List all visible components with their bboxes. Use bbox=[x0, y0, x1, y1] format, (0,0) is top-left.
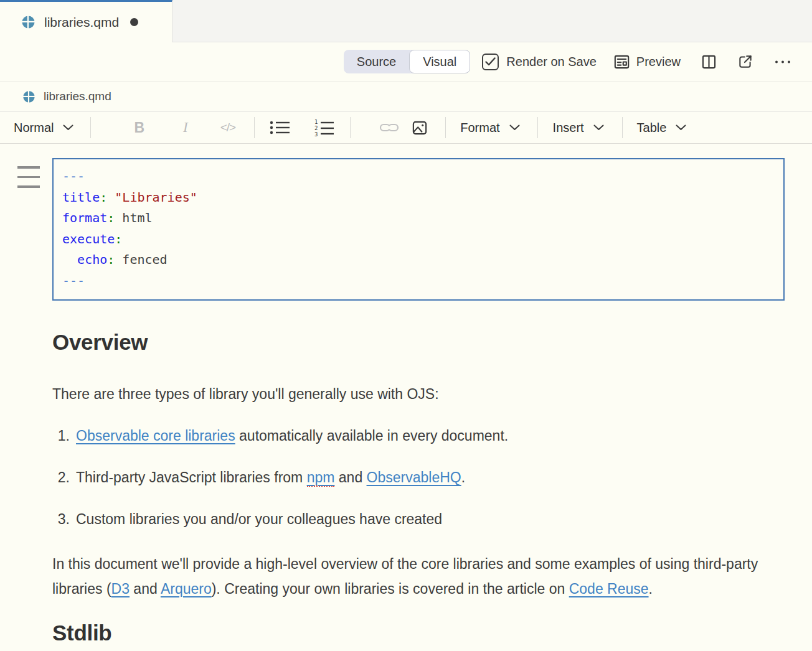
closing-paragraph: In this document we'll provide a high-le… bbox=[52, 551, 768, 601]
heading-stdlib: Stdlib bbox=[52, 621, 785, 645]
list-item: 2. Third-party JavaScript libraries from… bbox=[52, 465, 785, 490]
observable-core-libraries-link[interactable]: Observable core libraries bbox=[76, 428, 235, 444]
numbered-list-button[interactable]: 1 2 3 bbox=[314, 119, 335, 136]
image-button[interactable] bbox=[410, 119, 429, 136]
yaml-fence-open: --- bbox=[62, 166, 775, 187]
insert-menu-label: Insert bbox=[553, 121, 584, 135]
heading-overview: Overview bbox=[52, 330, 785, 355]
visual-editor-canvas[interactable]: --- title: "Libraries" format: html exec… bbox=[0, 144, 812, 645]
tab-libraries-qmd[interactable]: libraries.qmd bbox=[0, 0, 172, 42]
italic-icon: I bbox=[183, 119, 188, 136]
render-on-save-checkbox[interactable] bbox=[482, 54, 499, 70]
quarto-icon bbox=[21, 15, 35, 29]
bold-icon: B bbox=[134, 119, 144, 136]
svg-text:1: 1 bbox=[314, 119, 318, 125]
observablehq-link[interactable]: ObservableHQ bbox=[367, 469, 461, 485]
npm-link[interactable]: npm bbox=[307, 469, 335, 487]
list-item-text: Observable core libraries automatically … bbox=[76, 423, 508, 448]
chevron-down-icon bbox=[676, 124, 686, 131]
split-editor-icon bbox=[701, 54, 717, 70]
visual-mode-button[interactable]: Visual bbox=[409, 50, 470, 73]
breadcrumb: libraries.qmd bbox=[0, 82, 812, 112]
image-icon bbox=[410, 119, 429, 136]
preview-label: Preview bbox=[636, 55, 681, 69]
preview-button[interactable]: Preview bbox=[613, 54, 681, 70]
table-menu[interactable]: Table bbox=[637, 121, 687, 135]
source-mode-button[interactable]: Source bbox=[344, 50, 409, 73]
bold-button[interactable]: B bbox=[134, 119, 144, 136]
library-types-list: 1. Observable core libraries automatical… bbox=[52, 423, 785, 532]
tab-title: libraries.qmd bbox=[44, 15, 119, 30]
toolbar-separator bbox=[350, 117, 351, 138]
insert-menu[interactable]: Insert bbox=[553, 121, 604, 135]
tab-bar: libraries.qmd bbox=[0, 0, 812, 42]
quarto-icon bbox=[22, 90, 35, 103]
toolbar-separator bbox=[254, 117, 255, 138]
list-marker: 3. bbox=[52, 507, 70, 532]
yaml-entry-title: title: "Libraries" bbox=[62, 187, 775, 208]
chevron-down-icon bbox=[593, 124, 604, 131]
block-drag-handle-icon[interactable] bbox=[17, 166, 40, 188]
svg-text:3: 3 bbox=[314, 131, 318, 136]
code-button[interactable]: </> bbox=[220, 121, 235, 134]
open-external-icon bbox=[737, 54, 753, 70]
italic-button[interactable]: I bbox=[183, 119, 188, 136]
more-actions-button[interactable] bbox=[773, 54, 792, 70]
unsaved-changes-dot bbox=[130, 18, 138, 26]
code-icon: </> bbox=[220, 121, 235, 134]
list-item: 3. Custom libraries you and/or your coll… bbox=[52, 507, 785, 532]
bullet-list-button[interactable] bbox=[270, 119, 291, 136]
bullet-list-icon bbox=[270, 119, 291, 136]
mode-toggle: Source Visual bbox=[344, 50, 471, 73]
toolbar-separator bbox=[445, 117, 446, 138]
link-button[interactable] bbox=[379, 121, 399, 134]
list-item: 1. Observable core libraries automatical… bbox=[52, 423, 785, 448]
chevron-down-icon bbox=[509, 124, 520, 131]
toolbar-separator bbox=[90, 117, 91, 138]
breadcrumb-file[interactable]: libraries.qmd bbox=[44, 90, 111, 103]
format-menu-label: Format bbox=[460, 121, 499, 135]
paragraph-style-label: Normal bbox=[14, 121, 54, 135]
intro-paragraph: There are three types of library you'll … bbox=[52, 382, 768, 406]
list-marker: 1. bbox=[52, 423, 70, 448]
chevron-down-icon bbox=[63, 124, 73, 131]
checkmark-icon bbox=[485, 57, 496, 66]
yaml-entry-execute: execute: bbox=[62, 229, 775, 250]
render-on-save-control[interactable]: Render on Save bbox=[482, 54, 597, 70]
yaml-fence-close: --- bbox=[62, 271, 775, 292]
code-reuse-link[interactable]: Code Reuse bbox=[569, 581, 649, 597]
svg-text:2: 2 bbox=[314, 125, 318, 131]
list-item-text: Third-party JavaScript libraries from np… bbox=[76, 465, 465, 490]
open-external-button[interactable] bbox=[737, 54, 753, 70]
toolbar-separator bbox=[537, 117, 538, 138]
d3-link[interactable]: D3 bbox=[111, 581, 130, 597]
paragraph-style-dropdown[interactable]: Normal bbox=[14, 121, 73, 135]
table-menu-label: Table bbox=[637, 121, 667, 135]
link-icon bbox=[379, 121, 399, 134]
yaml-entry-format: format: html bbox=[62, 208, 775, 229]
preview-icon bbox=[613, 54, 630, 70]
split-editor-button[interactable] bbox=[701, 54, 717, 70]
list-item-text: Custom libraries you and/or your colleag… bbox=[76, 507, 442, 532]
arquero-link[interactable]: Arquero bbox=[161, 581, 212, 597]
format-menu[interactable]: Format bbox=[460, 121, 519, 135]
render-on-save-label: Render on Save bbox=[506, 55, 597, 69]
editor-toolbar: Source Visual Render on Save Preview bbox=[0, 42, 812, 82]
format-toolbar: Normal B I </> 1 2 3 bbox=[0, 112, 812, 144]
ellipsis-icon bbox=[773, 54, 792, 70]
yaml-front-matter-block[interactable]: --- title: "Libraries" format: html exec… bbox=[52, 158, 785, 301]
toolbar-separator bbox=[622, 117, 623, 138]
numbered-list-icon: 1 2 3 bbox=[314, 119, 335, 136]
list-marker: 2. bbox=[52, 465, 70, 490]
yaml-entry-echo: echo: fenced bbox=[62, 250, 775, 271]
